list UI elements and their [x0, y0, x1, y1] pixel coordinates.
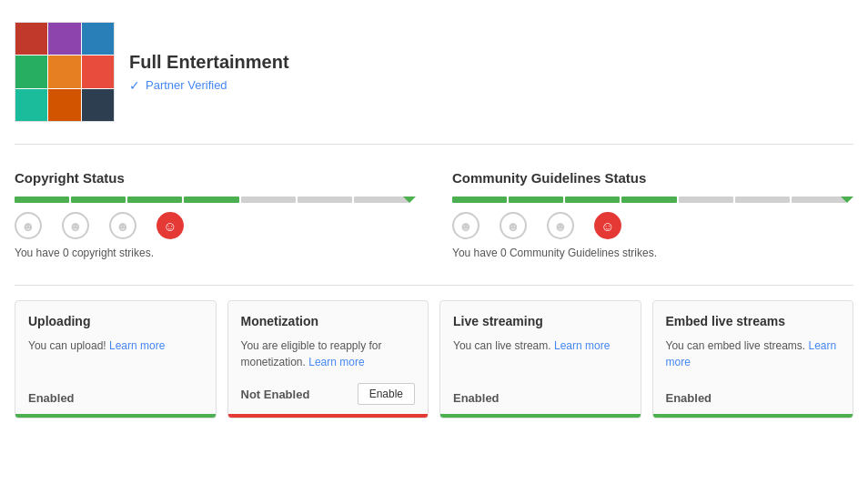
community-status-block: Community Guidelines Status ☻☻☻☺ You hav…: [452, 159, 853, 270]
header-divider: [15, 144, 853, 145]
status-section: Copyright Status ☻☻☻☺ You have 0 copyrig…: [15, 159, 853, 270]
thumbnail-cell: [48, 23, 80, 55]
progress-segment: [679, 197, 733, 203]
copyright-status-block: Copyright Status ☻☻☻☺ You have 0 copyrig…: [15, 159, 416, 270]
community-strike-text: You have 0 Community Guidelines strikes.: [452, 247, 853, 259]
thumbnail-cell: [48, 55, 80, 87]
card-title: Embed live streams: [666, 314, 841, 328]
feature-cards: UploadingYou can upload! Learn moreEnabl…: [15, 300, 853, 418]
smiley-icon: ☻: [15, 212, 42, 239]
channel-info: Full Entertainment ✓ Partner Verified: [129, 52, 289, 93]
card-learn-more-link[interactable]: Learn more: [666, 339, 837, 368]
copyright-arrow-shape: [403, 197, 416, 203]
progress-segment: [735, 197, 790, 203]
thumbnail-cell: [15, 23, 47, 55]
card-body: You can upload! Learn more: [28, 338, 203, 378]
card-title: Monetization: [241, 314, 416, 328]
community-arrow-shape: [841, 197, 853, 203]
smiley-icon: ☺: [156, 212, 184, 239]
thumbnail-cell: [82, 55, 114, 87]
community-title: Community Guidelines Status: [452, 170, 853, 186]
progress-segment: [71, 197, 126, 203]
card-footer: Not EnabledEnable: [241, 383, 416, 405]
card-title: Uploading: [28, 314, 203, 328]
community-visual-row: [452, 197, 853, 203]
feature-card: MonetizationYou are eligible to reapply …: [227, 300, 429, 418]
smiley-icon: ☻: [62, 212, 89, 239]
thumbnail-cell: [48, 89, 80, 121]
card-status: Enabled: [28, 391, 75, 405]
progress-segment: [354, 197, 409, 203]
copyright-strike-text: You have 0 copyright strikes.: [15, 247, 416, 259]
progress-segment: [452, 197, 507, 203]
card-footer: Enabled: [666, 391, 841, 405]
card-body: You can live stream. Learn more: [453, 338, 628, 378]
channel-header: Full Entertainment ✓ Partner Verified: [15, 15, 853, 136]
feature-card: Embed live streamsYou can embed live str…: [652, 300, 854, 418]
progress-segment: [184, 197, 238, 203]
card-body: You are eligible to reapply for monetiza…: [241, 338, 416, 370]
card-bottom-bar: [228, 414, 429, 418]
card-learn-more-link[interactable]: Learn more: [109, 339, 165, 352]
channel-name: Full Entertainment: [129, 52, 289, 73]
card-status: Enabled: [453, 391, 500, 405]
channel-thumbnail: [15, 22, 115, 122]
progress-segment: [15, 197, 69, 203]
check-icon: ✓: [129, 78, 140, 93]
progress-segment: [792, 197, 846, 203]
progress-segment: [509, 197, 563, 203]
community-progress: ☻☻☻☺: [452, 197, 853, 239]
thumbnail-cell: [15, 89, 47, 121]
card-body: You can embed live streams. Learn more: [666, 338, 841, 378]
thumbnail-cell: [15, 55, 47, 87]
cards-divider: [15, 285, 853, 286]
card-bottom-bar: [653, 414, 853, 418]
progress-segment: [127, 197, 182, 203]
copyright-smileys: ☻☻☻☺: [15, 212, 416, 239]
card-status: Enabled: [666, 391, 712, 405]
card-footer: Enabled: [28, 391, 203, 405]
progress-segment: [565, 197, 620, 203]
community-segments: [452, 197, 846, 203]
card-title: Live streaming: [453, 314, 628, 328]
copyright-arrow: [403, 197, 416, 203]
partner-label: Partner Verified: [146, 78, 227, 92]
community-arrow: [841, 197, 853, 203]
thumbnail-cell: [82, 23, 114, 55]
thumbnail-cell: [82, 89, 114, 121]
partner-badge: ✓ Partner Verified: [129, 78, 289, 93]
feature-card: UploadingYou can upload! Learn moreEnabl…: [15, 300, 217, 418]
smiley-icon: ☺: [594, 212, 621, 239]
card-footer: Enabled: [453, 391, 628, 405]
progress-segment: [241, 197, 296, 203]
progress-segment: [298, 197, 352, 203]
copyright-segments: [15, 197, 409, 203]
smiley-icon: ☻: [500, 212, 527, 239]
copyright-progress: ☻☻☻☺: [15, 197, 416, 239]
smiley-icon: ☻: [547, 212, 574, 239]
card-bottom-bar: [440, 414, 641, 418]
copyright-visual-row: [15, 197, 416, 203]
progress-segment: [621, 197, 676, 203]
smiley-icon: ☻: [452, 212, 479, 239]
card-learn-more-link[interactable]: Learn more: [554, 339, 610, 352]
community-smileys: ☻☻☻☺: [452, 212, 853, 239]
card-status: Not Enabled: [241, 388, 310, 401]
feature-card: Live streamingYou can live stream. Learn…: [439, 300, 641, 418]
enable-button[interactable]: Enable: [358, 383, 415, 405]
card-learn-more-link[interactable]: Learn more: [308, 356, 364, 368]
copyright-title: Copyright Status: [15, 170, 416, 186]
smiley-icon: ☻: [109, 212, 136, 239]
card-bottom-bar: [15, 414, 216, 418]
